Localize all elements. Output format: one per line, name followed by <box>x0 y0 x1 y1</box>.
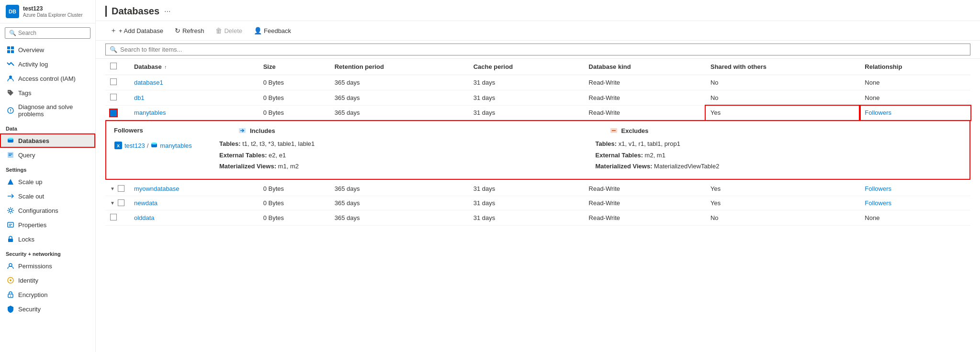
delete-icon: 🗑 <box>215 27 222 34</box>
sidebar-item-databases[interactable]: Databases <box>0 133 95 148</box>
feedback-button[interactable]: 👤 Feedback <box>249 24 296 37</box>
scale-up-icon <box>7 178 14 186</box>
row-checkbox[interactable] <box>118 185 124 192</box>
row-kind: Read-Write <box>584 90 706 106</box>
sidebar-item-scale-up[interactable]: Scale up <box>0 175 95 189</box>
row-checkbox-manytables[interactable] <box>110 110 117 116</box>
row-kind: Read-Write <box>584 75 706 90</box>
sidebar-search[interactable]: 🔍 <box>5 27 90 39</box>
add-database-button[interactable]: ＋ + Add Database <box>105 24 168 37</box>
col-cache: Cache period <box>469 59 584 75</box>
sidebar-item-activity-log[interactable]: Activity log <box>0 57 95 71</box>
svg-point-19 <box>9 264 12 266</box>
col-database[interactable]: Database ↑ <box>129 59 259 75</box>
expand-arrow[interactable]: ▼ <box>110 200 115 206</box>
sidebar-item-properties[interactable]: Properties <box>0 218 95 232</box>
svg-rect-0 <box>7 46 10 49</box>
row-retention: 365 days <box>330 75 469 90</box>
db-link[interactable]: database1 <box>134 79 163 86</box>
refresh-button[interactable]: ↻ Refresh <box>170 24 209 37</box>
app-name: test123 <box>23 5 83 12</box>
sidebar-label-overview: Overview <box>18 46 44 54</box>
row-retention: 365 days <box>330 196 469 210</box>
row-checkbox-cell <box>105 90 129 106</box>
col-relationship: Relationship <box>860 59 970 75</box>
scale-out-icon <box>7 192 14 200</box>
followers-link-myowndatabase[interactable]: Followers <box>865 185 891 192</box>
select-all-checkbox[interactable] <box>110 63 117 69</box>
sidebar-item-diagnose[interactable]: Diagnose and solve problems <box>0 100 95 121</box>
olddata-link[interactable]: olddata <box>134 214 155 221</box>
myowndatabase-link[interactable]: myowndatabase <box>134 185 180 192</box>
feedback-icon: 👤 <box>254 27 262 34</box>
sidebar-item-encryption[interactable]: Encryption <box>0 287 95 302</box>
sidebar-item-identity[interactable]: Identity <box>0 273 95 287</box>
row-checkbox[interactable] <box>110 78 117 85</box>
followers-panel-header: Followers Includes <box>114 127 962 134</box>
row-cache: 31 days <box>469 75 584 90</box>
row-retention: 365 days <box>330 90 469 106</box>
includes-title: Includes <box>238 127 591 134</box>
row-checkbox[interactable] <box>110 94 117 100</box>
svg-rect-1 <box>11 46 14 49</box>
refresh-icon: ↻ <box>175 27 180 34</box>
db-link[interactable]: db1 <box>134 94 145 101</box>
table-row: db1 0 Bytes 365 days 31 days Read-Write … <box>105 90 970 106</box>
col-checkbox <box>105 59 129 75</box>
excludes-tables: Tables: x1, v1, r1, tabl1, prop1 <box>596 139 962 149</box>
excludes-title: Excludes <box>610 127 962 134</box>
section-security-label: Security + networking <box>0 246 95 259</box>
databases-icon <box>7 137 14 144</box>
filter-bar: 🔍 <box>96 41 980 59</box>
sidebar-label-identity: Identity <box>18 277 38 284</box>
newdata-link[interactable]: newdata <box>134 199 158 207</box>
table-row-newdata: ▼ newdata 0 Bytes 365 days 31 days Read-… <box>105 196 970 210</box>
row-relationship: None <box>860 210 970 225</box>
page-header: Databases ··· <box>96 0 980 21</box>
sidebar-item-query[interactable]: Query <box>0 148 95 162</box>
svg-point-30 <box>151 143 157 144</box>
tags-icon <box>7 89 14 97</box>
row-checkbox[interactable] <box>118 199 124 206</box>
col-retention: Retention period <box>330 59 469 75</box>
sidebar-label-scale-up: Scale up <box>18 178 43 186</box>
svg-rect-3 <box>11 50 14 53</box>
sidebar-item-permissions[interactable]: Permissions <box>0 259 95 273</box>
filter-input[interactable] <box>120 46 966 53</box>
svg-rect-11 <box>8 152 13 158</box>
filter-input-container[interactable]: 🔍 <box>105 44 970 55</box>
row-db-name: newdata <box>129 196 259 210</box>
sidebar-item-configurations[interactable]: Configurations <box>0 203 95 218</box>
row-checkbox-cell <box>105 210 129 225</box>
sidebar-item-security[interactable]: Security <box>0 302 95 316</box>
overview-icon <box>7 46 14 54</box>
row-db-name-manytables: manytables <box>129 106 259 120</box>
expand-arrow[interactable]: ▼ <box>110 186 115 191</box>
encryption-icon <box>7 291 14 298</box>
search-input[interactable] <box>18 30 86 36</box>
followers-link-manytables[interactable]: Followers <box>865 109 891 116</box>
cluster-name: test123 <box>124 142 145 149</box>
followers-panel-row: Followers Includes <box>105 120 970 182</box>
row-retention: 365 days <box>330 210 469 225</box>
delete-button[interactable]: 🗑 Delete <box>211 24 247 37</box>
manytables-link[interactable]: manytables <box>134 109 166 116</box>
svg-text:X: X <box>117 143 120 148</box>
row-shared: No <box>706 90 860 106</box>
sidebar-item-scale-out[interactable]: Scale out <box>0 189 95 203</box>
configurations-icon <box>7 207 14 214</box>
sidebar-item-iam[interactable]: Access control (IAM) <box>0 71 95 86</box>
sidebar-item-overview[interactable]: Overview <box>0 43 95 57</box>
more-icon[interactable]: ··· <box>164 7 170 16</box>
row-checkbox[interactable] <box>110 214 117 220</box>
row-kind: Read-Write <box>584 182 706 196</box>
sidebar-item-locks[interactable]: Locks <box>0 232 95 246</box>
row-db-name: database1 <box>129 75 259 90</box>
sidebar-item-tags[interactable]: Tags <box>0 86 95 100</box>
main-content: Databases ··· ＋ + Add Database ↻ Refresh… <box>96 0 980 352</box>
row-relationship: None <box>860 75 970 90</box>
identity-icon <box>7 276 14 284</box>
table-row: database1 0 Bytes 365 days 31 days Read-… <box>105 75 970 90</box>
locks-icon <box>7 235 14 243</box>
followers-link-newdata[interactable]: Followers <box>865 199 891 207</box>
